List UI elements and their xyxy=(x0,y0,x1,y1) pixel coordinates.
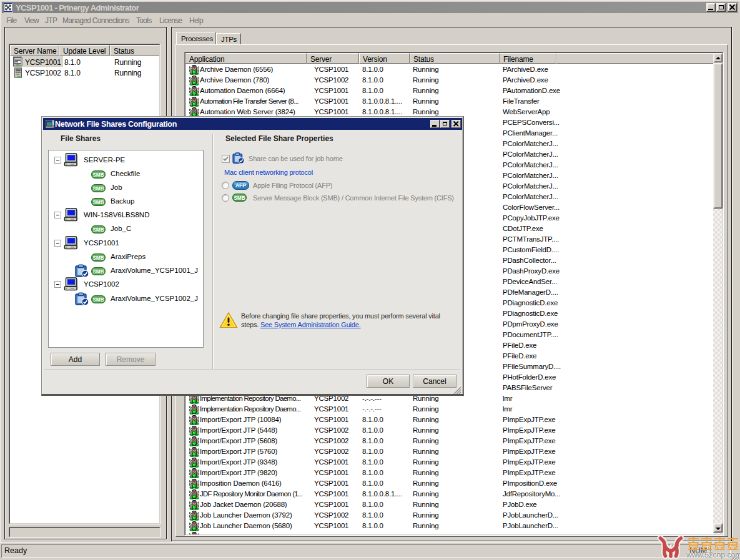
svg-text:SMB: SMB xyxy=(92,227,104,233)
svg-text:SMB: SMB xyxy=(92,200,104,205)
svg-text:SMB: SMB xyxy=(92,297,104,303)
svg-text:SMB: SMB xyxy=(234,195,245,201)
svg-text:SMB: SMB xyxy=(92,255,104,261)
svg-text:SMB: SMB xyxy=(92,269,104,275)
svg-text:SMB: SMB xyxy=(92,172,104,178)
svg-text:SMB: SMB xyxy=(92,186,104,192)
svg-text:AFP: AFP xyxy=(235,182,246,189)
